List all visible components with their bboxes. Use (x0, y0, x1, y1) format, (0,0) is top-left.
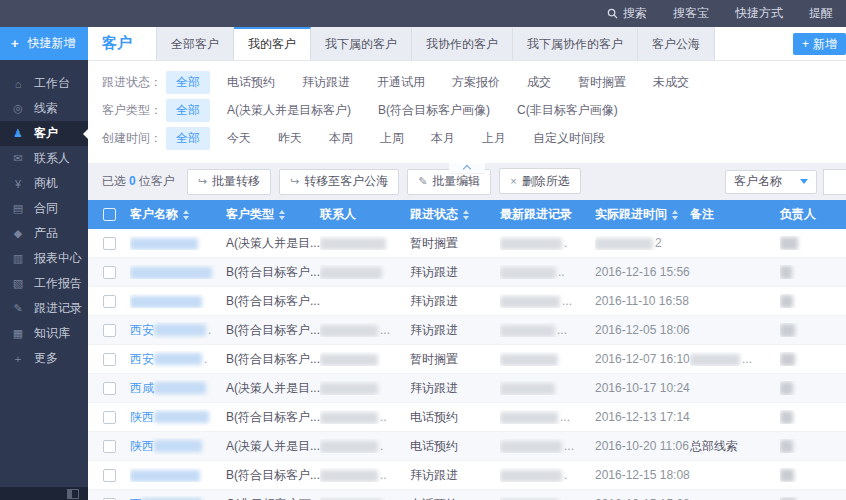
tab-我的客户[interactable]: 我的客户 (234, 27, 311, 60)
filter-option[interactable]: 未成交 (643, 71, 699, 94)
tab-我下属协作的客户[interactable]: 我下属协作的客户 (513, 27, 638, 60)
filter-option[interactable]: 今天 (217, 127, 261, 150)
row-checkbox[interactable] (103, 411, 116, 424)
page-title: 客户 (88, 27, 156, 60)
filter-option[interactable]: 本月 (421, 127, 465, 150)
customer-name-link[interactable]: 西 (130, 496, 226, 500)
row-checkbox[interactable] (103, 324, 116, 337)
knowledge-base-icon: ▦ (11, 327, 25, 340)
topbar-shortcuts[interactable]: 快捷方式 (722, 0, 796, 27)
customer-name-link[interactable]: 西安. (130, 351, 226, 368)
sidebar-item-customers[interactable]: ♟客户 (0, 121, 88, 146)
filter-option[interactable]: 昨天 (268, 127, 312, 150)
row-checkbox[interactable] (103, 440, 116, 453)
column-label: 实际跟进时间 (595, 206, 667, 223)
filter-option[interactable]: 本周 (319, 127, 363, 150)
chevron-down-icon (800, 179, 808, 188)
search-field-select[interactable]: 客户名称 (725, 170, 817, 194)
filter-option[interactable]: 暂时搁置 (568, 71, 636, 94)
customer-name-link[interactable]: 西咸 (130, 380, 226, 397)
sidebar-item-products[interactable]: ◆产品 (0, 221, 88, 246)
search-area: 客户名称 (725, 169, 846, 195)
tab-我下属的客户[interactable]: 我下属的客户 (311, 27, 412, 60)
row-checkbox[interactable] (103, 353, 116, 366)
sidebar-item-leads[interactable]: ◎线索 (0, 96, 88, 121)
sidebar-item-workbench[interactable]: ⌂工作台 (0, 71, 88, 96)
follow-time-cell: 2016-12-05 18:06 (595, 323, 690, 337)
filter-option[interactable]: C(非目标客户画像) (507, 99, 628, 122)
filter-option[interactable]: 全部 (166, 99, 210, 122)
row-checkbox[interactable] (103, 266, 116, 279)
sidebar-item-contacts[interactable]: ✉联系人 (0, 146, 88, 171)
redacted-customer-name (130, 296, 202, 308)
tab-全部客户[interactable]: 全部客户 (156, 27, 234, 60)
filter-option[interactable]: 上月 (472, 127, 516, 150)
column-header-实际跟进时间[interactable]: 实际跟进时间 (595, 206, 690, 223)
delete-selected-button[interactable]: ×删除所选 (499, 168, 580, 194)
customer-name-link[interactable] (130, 236, 226, 250)
row-checkbox[interactable] (103, 382, 116, 395)
sidebar-item-opportunities[interactable]: ¥商机 (0, 171, 88, 196)
sidebar-item-label: 客户 (34, 125, 58, 142)
redacted-record (500, 238, 562, 250)
customer-name-link[interactable] (130, 294, 226, 308)
filter-option[interactable]: 自定义时间段 (523, 127, 615, 150)
collapse-filters-button[interactable] (449, 163, 485, 173)
filter-option[interactable]: 电话预约 (217, 71, 285, 94)
filter-label: 跟进状态： (102, 74, 166, 91)
filter-option[interactable]: A(决策人并是目标客户) (217, 99, 361, 122)
owner-cell (780, 323, 846, 337)
topbar-soukebao[interactable]: 搜客宝 (660, 0, 722, 27)
add-customer-button[interactable]: + 新增 (793, 33, 846, 55)
column-header-客户类型[interactable]: 客户类型 (226, 206, 320, 223)
search-input[interactable] (823, 169, 846, 195)
filter-option[interactable]: 成交 (517, 71, 561, 94)
sidebar-item-contracts[interactable]: ▤合同 (0, 196, 88, 221)
row-checkbox[interactable] (103, 237, 116, 250)
row-checkbox[interactable] (103, 469, 116, 482)
customer-name-link[interactable]: 西安. (130, 322, 226, 339)
filter-option[interactable]: 方案报价 (442, 71, 510, 94)
contact-cell: ... (320, 323, 410, 337)
customer-type-cell: B(符合目标客户... (226, 467, 320, 484)
contact-cell (320, 352, 410, 366)
filter-option[interactable]: 全部 (166, 127, 210, 150)
sort-icon[interactable] (672, 210, 678, 220)
filter-option[interactable]: 上周 (370, 127, 414, 150)
sort-icon[interactable] (279, 210, 285, 220)
sidebar-item-more[interactable]: +更多 (0, 346, 88, 371)
contact-cell: .. (320, 468, 410, 482)
collapse-sidebar-icon[interactable] (67, 489, 79, 499)
sidebar-item-follow-records[interactable]: ✎跟进记录 (0, 296, 88, 321)
sort-icon[interactable] (463, 210, 469, 220)
filter-option[interactable]: 开通试用 (367, 71, 435, 94)
quick-add-button[interactable]: + 快捷新增 (0, 27, 88, 60)
sort-icon[interactable] (183, 210, 189, 220)
row-checkbox[interactable] (103, 295, 116, 308)
topbar-search[interactable]: 搜索 (594, 0, 660, 27)
filter-label: 创建时间： (102, 130, 166, 147)
customer-name-link[interactable]: 陕西 (130, 409, 226, 426)
column-header-跟进状态[interactable]: 跟进状态 (410, 206, 500, 223)
sidebar-item-knowledge-base[interactable]: ▦知识库 (0, 321, 88, 346)
customer-name-link[interactable]: 陕西 (130, 438, 226, 455)
customer-name-link[interactable] (130, 468, 226, 482)
report-center-icon: ▥ (11, 252, 25, 265)
contact-cell (320, 236, 410, 250)
tab-我协作的客户[interactable]: 我协作的客户 (412, 27, 513, 60)
sidebar-item-work-reports[interactable]: ▧工作报告 (0, 271, 88, 296)
filter-option[interactable]: 拜访跟进 (292, 71, 360, 94)
select-all-checkbox[interactable] (103, 208, 116, 221)
contracts-icon: ▤ (11, 202, 25, 215)
transfer-to-pool-button[interactable]: ↪转移至客户公海 (279, 169, 399, 195)
topbar-reminder[interactable]: 提醒 (796, 0, 846, 27)
column-label: 客户类型 (226, 206, 274, 223)
filter-option[interactable]: 全部 (166, 71, 210, 94)
filter-option[interactable]: B(符合目标客户画像) (368, 99, 500, 122)
sidebar-item-report-center[interactable]: ▥报表中心 (0, 246, 88, 271)
column-header-客户名称[interactable]: 客户名称 (130, 206, 226, 223)
customer-name-link[interactable] (130, 265, 226, 279)
batch-transfer-button[interactable]: ↪批量转移 (187, 169, 271, 195)
workbench-icon: ⌂ (11, 78, 25, 90)
tab-客户公海[interactable]: 客户公海 (638, 27, 715, 60)
